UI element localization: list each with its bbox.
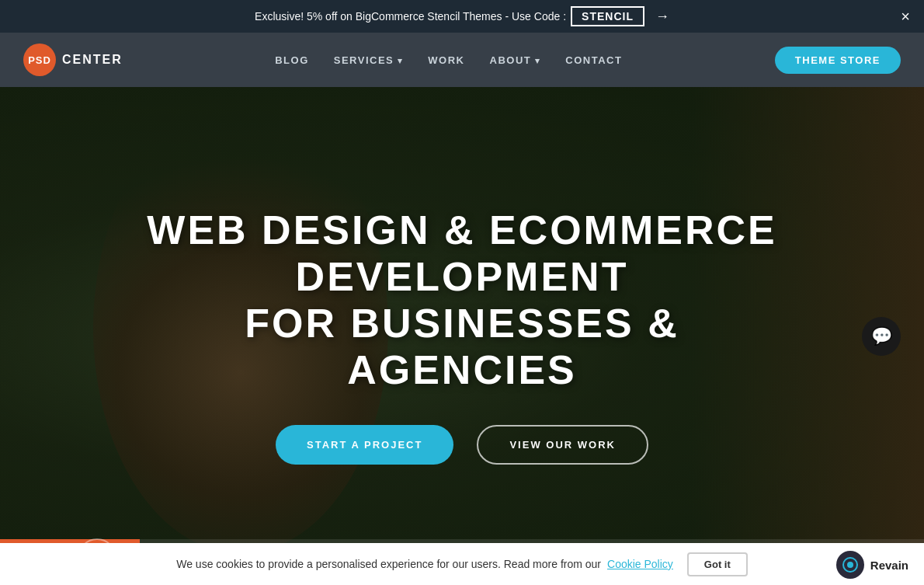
nav-services[interactable]: SERVICES: [334, 54, 404, 66]
nav-contact[interactable]: CONTACT: [565, 54, 622, 66]
arrow-icon: →: [655, 9, 669, 25]
revain-svg-icon: [842, 556, 859, 573]
chat-bubble-button[interactable]: 💬: [862, 317, 901, 356]
announcement-text: Exclusive! 5% off on BigCommerce Stencil…: [255, 10, 566, 23]
cookie-policy-link[interactable]: Cookie Policy: [607, 558, 673, 570]
announcement-bar: Exclusive! 5% off on BigCommerce Stencil…: [0, 0, 924, 33]
hero-section: WEB DESIGN & ECOMMERCE DEVELOPMENT FOR B…: [0, 87, 924, 585]
nav-work[interactable]: WORK: [428, 54, 464, 66]
navbar: PSD CENTER BLOG SERVICES WORK ABOUT CONT…: [0, 33, 924, 87]
cookie-text: We use cookies to provide a personalised…: [176, 558, 601, 570]
logo-text: CENTER: [62, 53, 123, 67]
logo[interactable]: PSD CENTER: [23, 44, 123, 76]
hero-buttons: START A PROJECT VIEW OUR WORK: [144, 425, 780, 465]
nav-about[interactable]: ABOUT: [490, 54, 541, 66]
revain-widget[interactable]: Revain: [836, 551, 908, 579]
nav-blog[interactable]: BLOG: [275, 54, 309, 66]
logo-icon: PSD: [23, 44, 56, 76]
hero-content: WEB DESIGN & ECOMMERCE DEVELOPMENT FOR B…: [113, 207, 811, 464]
promo-code: STENCIL: [571, 6, 644, 26]
nav-links: BLOG SERVICES WORK ABOUT CONTACT: [275, 54, 622, 66]
cookie-bar: We use cookies to provide a personalised…: [0, 543, 924, 585]
revain-label: Revain: [870, 559, 908, 572]
svg-point-1: [847, 562, 853, 568]
start-project-button[interactable]: START A PROJECT: [276, 425, 453, 465]
chat-icon: 💬: [871, 326, 892, 346]
close-announcement-button[interactable]: ×: [901, 8, 910, 26]
hero-title: WEB DESIGN & ECOMMERCE DEVELOPMENT FOR B…: [144, 207, 780, 393]
theme-store-button[interactable]: THEME STORE: [775, 47, 901, 74]
view-work-button[interactable]: VIEW OUR WORK: [477, 425, 648, 465]
revain-icon: [836, 551, 864, 579]
got-it-button[interactable]: Got it: [687, 552, 748, 576]
